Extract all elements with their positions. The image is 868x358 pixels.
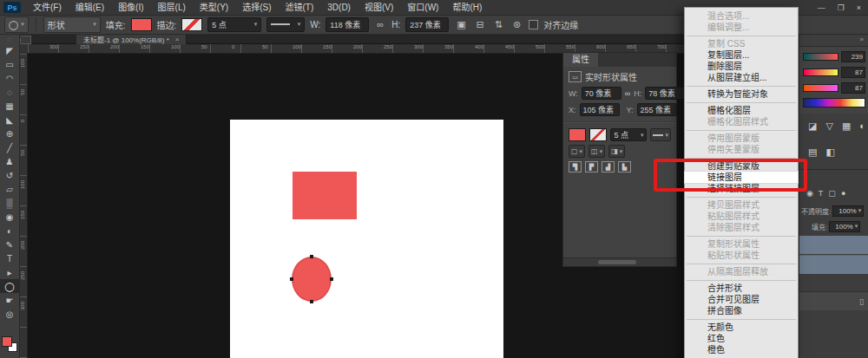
link-dimensions-icon[interactable]: ∞ xyxy=(374,19,386,29)
tool-preset-button[interactable]: ◯ ▾ xyxy=(4,16,29,33)
prop-width-input[interactable]: 70 像素 xyxy=(582,87,621,100)
stroke-width-field[interactable]: 5 点 ▾ xyxy=(207,17,261,32)
g-channel-value[interactable]: 87 xyxy=(841,67,865,78)
red-rectangle-shape[interactable] xyxy=(293,172,357,219)
lasso-tool[interactable]: ◠ xyxy=(0,71,19,85)
prop-height-input[interactable]: 78 像素 xyxy=(645,87,685,100)
b-channel-slider[interactable] xyxy=(803,84,838,92)
layer-filter-icon[interactable]: ▢ xyxy=(828,189,836,198)
selected-layer-row[interactable] xyxy=(799,236,868,254)
anchor-point-bottom[interactable] xyxy=(310,300,313,303)
opacity-value-field[interactable]: 100% ▾ xyxy=(832,205,864,217)
document-canvas[interactable] xyxy=(230,120,503,358)
layer-filter-icon[interactable]: ◉ xyxy=(806,189,813,198)
quick-selection-tool[interactable]: ◌ xyxy=(0,85,19,99)
context-menu-item[interactable]: 拼合图像 xyxy=(685,305,798,316)
fill-color-swatch[interactable] xyxy=(569,128,586,141)
menubar-item[interactable]: 图像(I) xyxy=(111,0,150,15)
b-channel-value[interactable]: 87 xyxy=(841,82,865,94)
context-menu-item[interactable]: 橙色 xyxy=(685,344,798,355)
stroke-style-select[interactable]: ▾ xyxy=(650,128,671,141)
context-menu-item[interactable]: 从图层建立组... xyxy=(685,72,798,83)
menubar-item[interactable]: 类型(Y) xyxy=(193,0,235,15)
stroke-color-swatch[interactable] xyxy=(181,18,202,31)
r-channel-value[interactable]: 239 xyxy=(841,51,865,62)
minimize-icon[interactable]: — xyxy=(818,3,825,12)
adjustment-icon[interactable]: ▦ xyxy=(842,120,851,141)
history-brush-tool[interactable]: ↺ xyxy=(0,168,19,182)
crop-tool[interactable]: ▦ xyxy=(0,99,19,113)
anchor-point-left[interactable] xyxy=(290,277,293,281)
selected-layer-row[interactable] xyxy=(799,255,868,274)
stroke-color-swatch[interactable] xyxy=(589,128,607,141)
context-menu-item[interactable]: 转换为智能对象 xyxy=(685,88,798,100)
shape-width-input[interactable]: 118 像素 xyxy=(326,17,369,32)
document-tab[interactable]: 未标题-1 @ 100%(RGB/8) * × xyxy=(76,35,187,44)
eraser-tool[interactable]: ▱ xyxy=(0,182,19,196)
delete-layer-icon[interactable]: ▯ xyxy=(859,297,864,306)
panel-grip-icon[interactable]: ∷ xyxy=(0,36,19,43)
corner-radius-icon[interactable]: ▙ xyxy=(618,161,631,172)
shape-tool[interactable]: ◯ xyxy=(0,279,19,293)
layer-fill-value-field[interactable]: 100% ▾ xyxy=(829,221,860,232)
shape-height-input[interactable]: 237 像素 xyxy=(405,17,449,32)
dodge-tool[interactable]: ◐ xyxy=(0,224,19,238)
blur-tool[interactable]: ◉ xyxy=(0,210,19,224)
shape-options-gear-icon[interactable]: ⊛ xyxy=(510,19,523,30)
link-dimensions-icon[interactable]: ∞ xyxy=(625,89,630,98)
context-menu-item[interactable]: 无颜色 xyxy=(685,322,798,333)
close-icon[interactable]: × xyxy=(857,3,861,12)
vertical-ruler[interactable]: 10050050100150200250300 xyxy=(19,53,28,358)
context-menu-item[interactable]: 合并可见图层 xyxy=(685,294,798,305)
stroke-width-field[interactable]: 5 点 ▾ xyxy=(610,128,647,141)
adjustment-icon[interactable]: ▤ xyxy=(808,146,817,167)
context-menu-item[interactable]: 红色 xyxy=(685,333,798,344)
type-tool[interactable]: T xyxy=(0,251,19,265)
menubar-item[interactable]: 窗口(W) xyxy=(400,0,445,15)
hand-tool[interactable]: ☛ xyxy=(0,293,19,307)
close-tab-icon[interactable]: × xyxy=(175,36,180,43)
move-tool[interactable]: ◤ xyxy=(0,43,19,57)
context-menu-item[interactable]: 删除图层 xyxy=(685,61,798,72)
context-menu-item[interactable]: 合并形状 xyxy=(685,283,798,294)
r-channel-slider[interactable] xyxy=(803,53,838,61)
eyedropper-tool[interactable]: ◣ xyxy=(0,113,19,127)
anchor-point-top[interactable] xyxy=(310,255,313,258)
collapse-panels-icon[interactable]: » xyxy=(860,36,864,43)
context-menu-item[interactable]: 栅格化图层 xyxy=(685,105,798,116)
corner-radius-icon[interactable]: ▜ xyxy=(569,161,582,172)
adjustment-icon[interactable]: ▽ xyxy=(825,120,832,141)
adjustment-icon[interactable]: ◐ xyxy=(859,120,865,141)
zoom-tool[interactable]: ◎ xyxy=(0,307,19,321)
adjustment-icon[interactable]: ◪ xyxy=(808,120,817,141)
prop-x-input[interactable]: 105 像素 xyxy=(580,103,620,116)
clone-stamp-tool[interactable]: ♟ xyxy=(0,154,19,168)
healing-brush-tool[interactable]: ⊕ xyxy=(0,127,19,140)
path-alignment-icon[interactable]: ⊟ xyxy=(474,19,487,30)
brush-tool[interactable]: ╱ xyxy=(0,140,19,154)
color-spectrum-ramp[interactable] xyxy=(803,98,865,107)
gradient-tool[interactable]: ▒ xyxy=(0,196,19,210)
path-arrangement-icon[interactable]: ⇅ xyxy=(492,19,505,30)
tab-properties[interactable]: 属性 xyxy=(563,53,598,67)
stroke-cap-select[interactable]: ◫▾ xyxy=(589,145,605,158)
pen-tool[interactable]: ✎ xyxy=(0,238,19,251)
menubar-item[interactable]: 图层(L) xyxy=(151,0,193,15)
stroke-align-select[interactable]: ▢▾ xyxy=(569,145,585,158)
corner-radius-icon[interactable]: ▛ xyxy=(585,161,598,172)
marquee-tool[interactable]: ▭ xyxy=(0,57,19,71)
prop-y-input[interactable]: 255 像素 xyxy=(637,103,677,116)
panel-scrollbar[interactable] xyxy=(563,257,676,266)
stroke-style-select[interactable]: ▾ xyxy=(266,17,305,32)
red-ellipse-shape[interactable] xyxy=(292,257,332,302)
menubar-item[interactable]: 3D(D) xyxy=(320,0,358,15)
foreground-color-swatch[interactable] xyxy=(2,336,12,347)
layer-filter-icon[interactable]: T xyxy=(819,189,824,198)
menubar-item[interactable]: 视图(V) xyxy=(358,0,400,15)
tool-mode-select[interactable]: 形状 ▾ xyxy=(43,16,101,33)
menubar-item[interactable]: 选择(S) xyxy=(235,0,278,15)
align-edges-checkbox[interactable] xyxy=(529,20,538,29)
path-operations-icon[interactable]: ▣ xyxy=(454,19,468,30)
stroke-corner-select[interactable]: ◨▾ xyxy=(608,145,625,158)
g-channel-slider[interactable] xyxy=(803,68,838,76)
